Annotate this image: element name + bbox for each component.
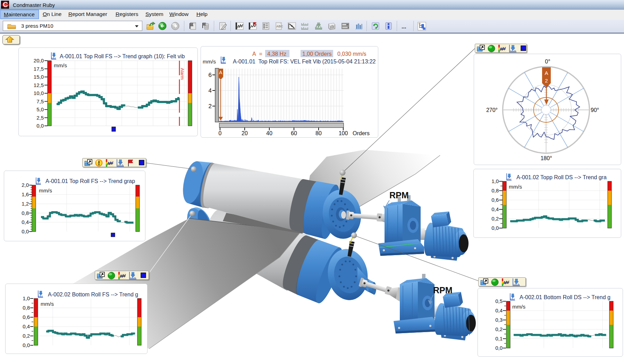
svg-text:0,8: 0,8 — [22, 210, 29, 216]
svg-text:2: 2 — [208, 103, 211, 110]
svg-text:0,8: 0,8 — [23, 305, 30, 311]
svg-text:A-001.01 Top Roll FS: VEL Fel: A-001.01 Top Roll FS: VEL Felt Vib (2015… — [233, 59, 376, 64]
svg-text:20: 20 — [242, 130, 248, 136]
svg-text:0,2: 0,2 — [495, 326, 503, 332]
svg-text:15,0: 15,0 — [33, 74, 43, 80]
svg-text:RPM: RPM — [433, 285, 453, 295]
svg-text:4,38 Hz: 4,38 Hz — [267, 51, 286, 57]
svg-text:0,6: 0,6 — [491, 197, 499, 203]
svg-text:2,0: 2,0 — [22, 182, 29, 188]
svg-text:A: A — [219, 70, 222, 75]
svg-text:10,0: 10,0 — [33, 90, 43, 96]
svg-text:0,4: 0,4 — [491, 206, 499, 212]
svg-text:A: A — [545, 70, 548, 76]
svg-text:0,8: 0,8 — [491, 188, 499, 193]
svg-text:mm/s: mm/s — [512, 304, 525, 310]
svg-text:0,0: 0,0 — [36, 123, 44, 129]
svg-text:1,6: 1,6 — [22, 191, 29, 197]
svg-text:0,4: 0,4 — [22, 219, 29, 225]
svg-text:12,5: 12,5 — [33, 82, 43, 88]
svg-text:7,5: 7,5 — [36, 98, 44, 104]
svg-text:0,2: 0,2 — [23, 333, 30, 339]
svg-text:1,2: 1,2 — [22, 201, 29, 207]
svg-text:0,2: 0,2 — [491, 216, 499, 222]
svg-text:2: 2 — [545, 78, 548, 84]
svg-text:2,5: 2,5 — [36, 114, 44, 120]
svg-text:0: 0 — [218, 130, 221, 136]
svg-text:1,0: 1,0 — [23, 295, 30, 301]
svg-text:80: 80 — [315, 130, 322, 136]
svg-text:Orders: Orders — [353, 130, 370, 136]
svg-text:20,0: 20,0 — [33, 58, 43, 63]
svg-text:0,5: 0,5 — [495, 298, 503, 304]
svg-text:0,3: 0,3 — [495, 317, 503, 323]
svg-text:6: 6 — [208, 72, 211, 78]
svg-text:mm/s: mm/s — [54, 62, 67, 68]
svg-text:5,0: 5,0 — [36, 106, 44, 112]
svg-text:A-002.01 Bottom Roll DS --> Tr: A-002.01 Bottom Roll DS --> Trend g — [520, 294, 610, 300]
svg-text:0,4: 0,4 — [23, 323, 30, 329]
svg-text:A-001.01 Top Roll FS --> Trend: A-001.01 Top Roll FS --> Trend grap — [45, 178, 135, 184]
svg-text:1,00 Orders: 1,00 Orders — [302, 51, 331, 57]
svg-text:mm/s: mm/s — [41, 301, 54, 307]
svg-text:0°: 0° — [545, 59, 550, 64]
svg-text:90°: 90° — [591, 107, 599, 113]
svg-text:...: ... — [402, 24, 406, 29]
svg-text:1,0: 1,0 — [491, 178, 499, 184]
svg-text:4: 4 — [208, 87, 211, 94]
svg-text:0,0: 0,0 — [22, 228, 29, 234]
svg-text:270°: 270° — [486, 107, 497, 113]
svg-text:A-001.01 Top Roll FS --> Trend: A-001.01 Top Roll FS --> Trend graph (10… — [60, 53, 185, 59]
svg-text:A =: A = — [252, 51, 262, 57]
svg-text:mm/s: mm/s — [39, 188, 52, 193]
svg-text:0,0: 0,0 — [491, 225, 499, 231]
svg-text:180°: 180° — [540, 155, 552, 161]
svg-text:0,6: 0,6 — [23, 314, 30, 320]
svg-text:A-002.02 Bottom Roll FS --> Tr: A-002.02 Bottom Roll FS --> Trend g — [48, 292, 138, 297]
svg-text:A-001.02 Topp Roll DS --> Tren: A-001.02 Topp Roll DS --> Trend gra — [516, 174, 607, 180]
svg-text:mm/s: mm/s — [509, 184, 522, 190]
svg-text:RPM: RPM — [389, 190, 409, 200]
svg-text:0,0: 0,0 — [23, 342, 30, 348]
svg-text:0,030 mm/s: 0,030 mm/s — [337, 51, 366, 57]
svg-text:ABC: ABC — [276, 25, 283, 28]
svg-text:60: 60 — [291, 130, 297, 136]
svg-text:17,5: 17,5 — [33, 66, 43, 71]
svg-text:0,4: 0,4 — [495, 307, 503, 313]
svg-text:40: 40 — [266, 130, 272, 136]
svg-text:Alarm: Alarm — [180, 68, 185, 80]
svg-text:0,1: 0,1 — [495, 336, 503, 341]
svg-text:0,0: 0,0 — [495, 345, 503, 351]
svg-text:100: 100 — [338, 130, 348, 136]
svg-text:mm/s: mm/s — [203, 59, 216, 64]
